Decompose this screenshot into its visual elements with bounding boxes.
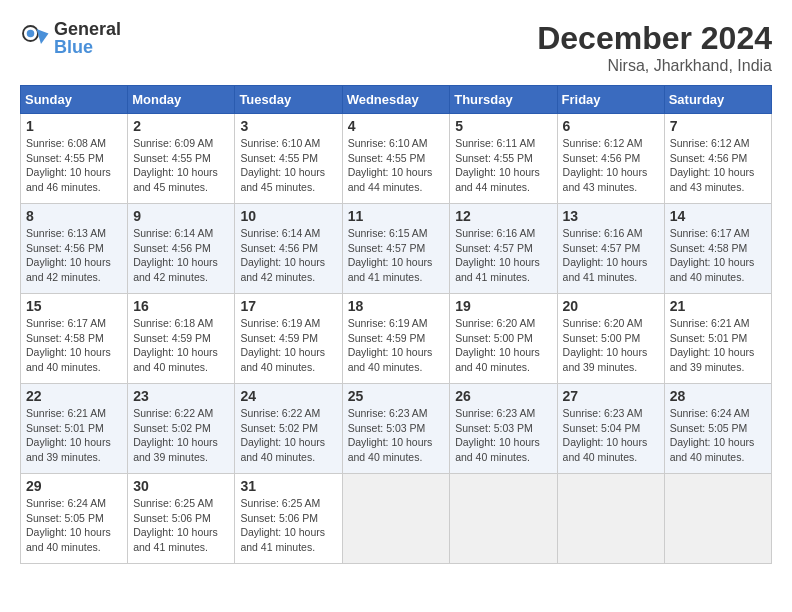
calendar-day-cell: 31 Sunrise: 6:25 AM Sunset: 5:06 PM Dayl… — [235, 474, 342, 564]
day-number: 28 — [670, 388, 766, 404]
calendar-week-row: 8 Sunrise: 6:13 AM Sunset: 4:56 PM Dayli… — [21, 204, 772, 294]
calendar-day-cell: 11 Sunrise: 6:15 AM Sunset: 4:57 PM Dayl… — [342, 204, 450, 294]
day-number: 23 — [133, 388, 229, 404]
day-info: Sunrise: 6:13 AM Sunset: 4:56 PM Dayligh… — [26, 226, 122, 285]
svg-point-1 — [27, 30, 35, 38]
logo-text: General Blue — [54, 20, 121, 56]
day-number: 19 — [455, 298, 551, 314]
calendar-header-row: Sunday Monday Tuesday Wednesday Thursday… — [21, 86, 772, 114]
day-number: 1 — [26, 118, 122, 134]
day-number: 24 — [240, 388, 336, 404]
day-number: 8 — [26, 208, 122, 224]
day-number: 4 — [348, 118, 445, 134]
calendar-day-cell: 1 Sunrise: 6:08 AM Sunset: 4:55 PM Dayli… — [21, 114, 128, 204]
day-info: Sunrise: 6:19 AM Sunset: 4:59 PM Dayligh… — [240, 316, 336, 375]
calendar-day-cell: 30 Sunrise: 6:25 AM Sunset: 5:06 PM Dayl… — [128, 474, 235, 564]
day-number: 20 — [563, 298, 659, 314]
day-info: Sunrise: 6:16 AM Sunset: 4:57 PM Dayligh… — [563, 226, 659, 285]
day-info: Sunrise: 6:23 AM Sunset: 5:04 PM Dayligh… — [563, 406, 659, 465]
calendar-day-cell: 27 Sunrise: 6:23 AM Sunset: 5:04 PM Dayl… — [557, 384, 664, 474]
col-sunday: Sunday — [21, 86, 128, 114]
day-number: 11 — [348, 208, 445, 224]
day-info: Sunrise: 6:12 AM Sunset: 4:56 PM Dayligh… — [563, 136, 659, 195]
day-info: Sunrise: 6:20 AM Sunset: 5:00 PM Dayligh… — [563, 316, 659, 375]
day-info: Sunrise: 6:23 AM Sunset: 5:03 PM Dayligh… — [348, 406, 445, 465]
logo-icon — [20, 23, 50, 53]
col-thursday: Thursday — [450, 86, 557, 114]
day-number: 25 — [348, 388, 445, 404]
day-info: Sunrise: 6:11 AM Sunset: 4:55 PM Dayligh… — [455, 136, 551, 195]
page-header: General Blue December 2024 Nirsa, Jharkh… — [20, 20, 772, 75]
day-number: 30 — [133, 478, 229, 494]
day-info: Sunrise: 6:24 AM Sunset: 5:05 PM Dayligh… — [670, 406, 766, 465]
calendar-week-row: 22 Sunrise: 6:21 AM Sunset: 5:01 PM Dayl… — [21, 384, 772, 474]
calendar-week-row: 1 Sunrise: 6:08 AM Sunset: 4:55 PM Dayli… — [21, 114, 772, 204]
day-info: Sunrise: 6:14 AM Sunset: 4:56 PM Dayligh… — [133, 226, 229, 285]
calendar-day-cell: 25 Sunrise: 6:23 AM Sunset: 5:03 PM Dayl… — [342, 384, 450, 474]
calendar-day-cell — [664, 474, 771, 564]
calendar-day-cell: 17 Sunrise: 6:19 AM Sunset: 4:59 PM Dayl… — [235, 294, 342, 384]
calendar-table: Sunday Monday Tuesday Wednesday Thursday… — [20, 85, 772, 564]
calendar-day-cell: 10 Sunrise: 6:14 AM Sunset: 4:56 PM Dayl… — [235, 204, 342, 294]
calendar-day-cell: 28 Sunrise: 6:24 AM Sunset: 5:05 PM Dayl… — [664, 384, 771, 474]
day-number: 7 — [670, 118, 766, 134]
logo-general: General — [54, 19, 121, 39]
day-info: Sunrise: 6:10 AM Sunset: 4:55 PM Dayligh… — [348, 136, 445, 195]
calendar-day-cell: 2 Sunrise: 6:09 AM Sunset: 4:55 PM Dayli… — [128, 114, 235, 204]
day-info: Sunrise: 6:25 AM Sunset: 5:06 PM Dayligh… — [240, 496, 336, 555]
day-info: Sunrise: 6:20 AM Sunset: 5:00 PM Dayligh… — [455, 316, 551, 375]
calendar-day-cell: 3 Sunrise: 6:10 AM Sunset: 4:55 PM Dayli… — [235, 114, 342, 204]
day-number: 12 — [455, 208, 551, 224]
day-info: Sunrise: 6:18 AM Sunset: 4:59 PM Dayligh… — [133, 316, 229, 375]
day-number: 6 — [563, 118, 659, 134]
day-number: 29 — [26, 478, 122, 494]
day-number: 27 — [563, 388, 659, 404]
day-number: 5 — [455, 118, 551, 134]
calendar-day-cell — [557, 474, 664, 564]
day-info: Sunrise: 6:17 AM Sunset: 4:58 PM Dayligh… — [26, 316, 122, 375]
day-number: 18 — [348, 298, 445, 314]
day-info: Sunrise: 6:21 AM Sunset: 5:01 PM Dayligh… — [670, 316, 766, 375]
day-number: 2 — [133, 118, 229, 134]
calendar-day-cell: 15 Sunrise: 6:17 AM Sunset: 4:58 PM Dayl… — [21, 294, 128, 384]
day-number: 3 — [240, 118, 336, 134]
calendar-day-cell: 14 Sunrise: 6:17 AM Sunset: 4:58 PM Dayl… — [664, 204, 771, 294]
calendar-day-cell: 24 Sunrise: 6:22 AM Sunset: 5:02 PM Dayl… — [235, 384, 342, 474]
day-number: 13 — [563, 208, 659, 224]
calendar-day-cell: 12 Sunrise: 6:16 AM Sunset: 4:57 PM Dayl… — [450, 204, 557, 294]
day-info: Sunrise: 6:23 AM Sunset: 5:03 PM Dayligh… — [455, 406, 551, 465]
title-block: December 2024 Nirsa, Jharkhand, India — [537, 20, 772, 75]
day-number: 9 — [133, 208, 229, 224]
day-info: Sunrise: 6:09 AM Sunset: 4:55 PM Dayligh… — [133, 136, 229, 195]
day-info: Sunrise: 6:14 AM Sunset: 4:56 PM Dayligh… — [240, 226, 336, 285]
day-number: 22 — [26, 388, 122, 404]
calendar-day-cell: 13 Sunrise: 6:16 AM Sunset: 4:57 PM Dayl… — [557, 204, 664, 294]
calendar-day-cell: 29 Sunrise: 6:24 AM Sunset: 5:05 PM Dayl… — [21, 474, 128, 564]
calendar-day-cell: 5 Sunrise: 6:11 AM Sunset: 4:55 PM Dayli… — [450, 114, 557, 204]
location-title: Nirsa, Jharkhand, India — [537, 57, 772, 75]
day-info: Sunrise: 6:19 AM Sunset: 4:59 PM Dayligh… — [348, 316, 445, 375]
day-number: 15 — [26, 298, 122, 314]
day-number: 31 — [240, 478, 336, 494]
calendar-day-cell: 6 Sunrise: 6:12 AM Sunset: 4:56 PM Dayli… — [557, 114, 664, 204]
calendar-day-cell: 23 Sunrise: 6:22 AM Sunset: 5:02 PM Dayl… — [128, 384, 235, 474]
calendar-week-row: 29 Sunrise: 6:24 AM Sunset: 5:05 PM Dayl… — [21, 474, 772, 564]
day-info: Sunrise: 6:08 AM Sunset: 4:55 PM Dayligh… — [26, 136, 122, 195]
day-info: Sunrise: 6:10 AM Sunset: 4:55 PM Dayligh… — [240, 136, 336, 195]
logo: General Blue — [20, 20, 121, 56]
col-saturday: Saturday — [664, 86, 771, 114]
day-number: 17 — [240, 298, 336, 314]
calendar-day-cell: 4 Sunrise: 6:10 AM Sunset: 4:55 PM Dayli… — [342, 114, 450, 204]
logo-blue: Blue — [54, 37, 93, 57]
day-info: Sunrise: 6:12 AM Sunset: 4:56 PM Dayligh… — [670, 136, 766, 195]
day-info: Sunrise: 6:24 AM Sunset: 5:05 PM Dayligh… — [26, 496, 122, 555]
day-number: 26 — [455, 388, 551, 404]
calendar-day-cell: 26 Sunrise: 6:23 AM Sunset: 5:03 PM Dayl… — [450, 384, 557, 474]
col-friday: Friday — [557, 86, 664, 114]
calendar-day-cell: 9 Sunrise: 6:14 AM Sunset: 4:56 PM Dayli… — [128, 204, 235, 294]
calendar-day-cell: 16 Sunrise: 6:18 AM Sunset: 4:59 PM Dayl… — [128, 294, 235, 384]
calendar-day-cell: 21 Sunrise: 6:21 AM Sunset: 5:01 PM Dayl… — [664, 294, 771, 384]
calendar-day-cell: 8 Sunrise: 6:13 AM Sunset: 4:56 PM Dayli… — [21, 204, 128, 294]
calendar-week-row: 15 Sunrise: 6:17 AM Sunset: 4:58 PM Dayl… — [21, 294, 772, 384]
day-info: Sunrise: 6:21 AM Sunset: 5:01 PM Dayligh… — [26, 406, 122, 465]
